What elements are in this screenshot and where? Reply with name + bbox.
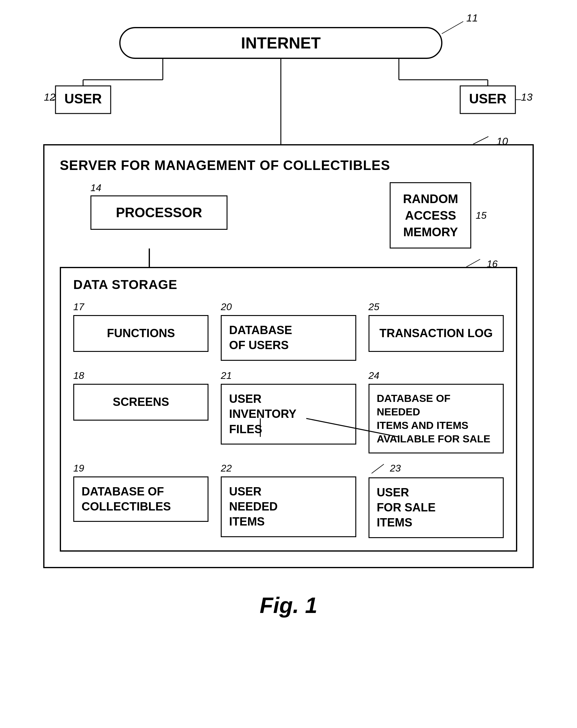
ref10-label: 10	[496, 135, 508, 147]
top-connections-svg: INTERNET 11 USER 12 USER 13	[43, 19, 534, 147]
ref15-label: 15	[475, 210, 487, 221]
ram-box: RANDOM ACCESS MEMORY	[390, 182, 471, 249]
database-collectibles-cell: 19 DATABASE OF COLLECTIBLES	[73, 463, 209, 538]
database-collectibles-box: DATABASE OF COLLECTIBLES	[73, 476, 209, 522]
ref22-label: 22	[221, 463, 356, 474]
fig-label: Fig. 1	[260, 593, 317, 618]
ref21-label: 21	[221, 370, 356, 381]
screens-cell: 18 SCREENS	[73, 370, 209, 453]
data-grid: 17 FUNCTIONS 20 DATABASE OF USERS 25 TRA…	[73, 301, 504, 538]
user-needed-box: USER NEEDED ITEMS	[221, 476, 356, 537]
user-inventory-cell: 21 USER INVENTORY FILES	[221, 370, 356, 453]
diagram-container: INTERNET 11 USER 12 USER 13	[43, 19, 534, 618]
database-users-cell: 20 DATABASE OF USERS	[221, 301, 356, 361]
ref24-label: 24	[368, 370, 504, 381]
ref23-label: 23	[390, 463, 401, 474]
transaction-log-cell: 25 TRANSACTION LOG	[368, 301, 504, 361]
server-title: SERVER FOR MANAGEMENT OF COLLECTIBLES	[60, 158, 517, 173]
ref25-label: 25	[368, 301, 504, 313]
ref17-label: 17	[73, 301, 209, 313]
ref23-arrow	[368, 463, 387, 475]
ref11-label: 11	[466, 12, 478, 24]
processor-box: PROCESSOR	[90, 196, 227, 230]
data-storage-title: DATA STORAGE	[73, 277, 504, 292]
user-inventory-box: USER INVENTORY FILES	[221, 384, 356, 444]
svg-line-1	[442, 22, 463, 34]
user-right-label: USER	[469, 91, 506, 106]
user-for-sale-box: USER FOR SALE ITEMS	[368, 477, 504, 538]
ref10-group: 10	[470, 135, 508, 147]
user-left-label: USER	[64, 91, 102, 106]
ref16-group: 16	[463, 258, 498, 270]
ref13-label: 13	[521, 91, 532, 103]
ref12-label: 12	[44, 91, 55, 103]
ref20-label: 20	[221, 301, 356, 313]
database-needed-cell: 24 DATABASE OF NEEDED ITEMS AND ITEMS AV…	[368, 370, 504, 453]
ref14-label: 14	[90, 182, 102, 193]
top-area: INTERNET 11 USER 12 USER 13	[43, 19, 534, 147]
functions-cell: 17 FUNCTIONS	[73, 301, 209, 361]
data-storage-section: DATA STORAGE 16 17 FUNCTIONS 20 DATABAS	[60, 267, 517, 552]
database-users-box: DATABASE OF USERS	[221, 315, 356, 361]
functions-box: FUNCTIONS	[73, 315, 209, 352]
screens-box: SCREENS	[73, 384, 209, 421]
database-needed-box: DATABASE OF NEEDED ITEMS AND ITEMS AVAIL…	[368, 384, 504, 453]
svg-line-14	[466, 259, 480, 267]
transaction-log-box: TRANSACTION LOG	[368, 315, 504, 352]
proc-ram-row: 14 PROCESSOR RANDOM ACCESS MEMORY 15	[60, 182, 517, 249]
ref19-label: 19	[73, 463, 209, 474]
ref16-arrow	[463, 258, 485, 270]
svg-line-15	[372, 464, 384, 473]
internet-label: INTERNET	[241, 34, 321, 52]
proc-connector	[60, 249, 517, 267]
user-needed-cell: 22 USER NEEDED ITEMS	[221, 463, 356, 538]
ref18-label: 18	[73, 370, 209, 381]
proc-vline	[149, 249, 150, 267]
svg-line-13	[473, 136, 488, 144]
processor-group: 14 PROCESSOR	[90, 182, 227, 230]
server-section: SERVER FOR MANAGEMENT OF COLLECTIBLES 10…	[43, 144, 534, 568]
user-for-sale-cell: 23 USER FOR SALE ITEMS	[368, 463, 504, 538]
ref23-group: 23	[368, 463, 504, 475]
ref10-arrow	[470, 135, 495, 147]
ram-group: RANDOM ACCESS MEMORY 15	[390, 182, 487, 249]
ref16-label: 16	[487, 258, 498, 270]
